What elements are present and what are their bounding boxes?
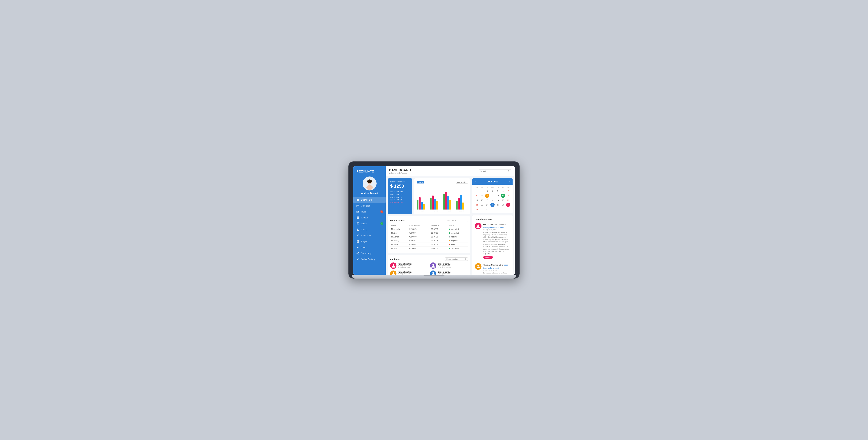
calendar-month-label: JULY 2018 [487,180,498,183]
contact-info: Name of contact name@email.com +12608123… [398,263,411,268]
calendar-day[interactable]: 4 [490,189,495,193]
day-header-su: Su [474,186,479,188]
calendar-day[interactable]: 22 [475,203,479,207]
calendar-day[interactable]: 14 [506,194,510,198]
comment-item: Thomas Gold on artikel lorem ipsum dolor… [475,263,510,275]
calendar-day[interactable]: 18 [490,198,495,202]
calendar-day[interactable]: 6 [501,189,505,193]
bar-chart [417,185,468,209]
table-row: Mr. donny #1293081 11-07-18 progress [390,239,468,243]
calendar-day[interactable]: 25 [490,203,495,207]
week-label-2: week 2 [430,210,442,212]
order-client: Mr. daniels [390,227,408,231]
search-box[interactable] [479,169,511,173]
contact-name: Name of contact [398,271,411,273]
calendar-day[interactable]: 20 [501,198,505,202]
svg-rect-16 [356,218,358,219]
orders-header: recent orders [390,219,468,222]
sidebar-item-tasks[interactable]: Tasks 4 [353,221,385,227]
contact-info: Name of contact name@email.com +12608123… [438,263,451,268]
col-date-order: date order [430,224,448,227]
calendar-next-button[interactable]: › [509,180,510,183]
order-number: #1293078 [408,227,430,231]
week-labels: week 1 week 2 week 3 week 4 [417,210,468,212]
income-card: this week income : $ 1250 item #1 sold :… [388,178,412,214]
calendar-day[interactable]: 7 [506,189,510,193]
calendar-day[interactable]: 5 [496,189,500,193]
nav-label-widget: Widget [361,216,368,219]
calendar-day[interactable]: 12 [496,194,500,198]
calendar-day[interactable]: 29 [475,207,479,211]
calendar-day[interactable]: 1 [475,189,479,193]
order-date: 11-07-18 [430,227,448,231]
search-input[interactable] [480,170,506,172]
view-monthly-button[interactable]: view monthly [456,181,468,184]
tasks-badge: 4 [380,222,383,225]
svg-point-35 [465,258,466,259]
chart-tab[interactable]: July [417,181,425,183]
calendar-day[interactable]: 11 [490,194,495,198]
sidebar-item-profile[interactable]: Profile [353,227,385,233]
orders-title: recent orders [390,219,405,222]
sidebar-item-calendar[interactable]: Calendar [353,203,385,209]
widget-icon [356,216,359,219]
contacts-search[interactable] [445,257,468,261]
sidebar-item-inbox[interactable]: Inbox 7 [353,209,385,215]
order-date: 11-07-18 [430,235,448,239]
calendar-day[interactable]: 24 [485,203,489,207]
calendar-day[interactable]: 21 [506,198,510,202]
calendar-day[interactable]: 13 [501,194,505,198]
reply-button[interactable]: reply → [483,256,493,259]
calendar-day[interactable]: 2 [480,189,484,193]
contact-name: Name of contact [438,263,451,265]
calendar-day[interactable]: 26 [496,203,500,207]
svg-rect-18 [357,223,359,225]
contacts-search-input[interactable] [446,258,464,260]
sidebar-item-social-app[interactable]: Social App [353,251,385,256]
grid-icon [356,199,359,201]
svg-point-21 [358,229,359,230]
sidebar-item-dashboard[interactable]: Dashboard [353,197,385,203]
calendar-day[interactable]: 3 [485,189,489,193]
svg-point-4 [367,180,372,183]
sidebar-item-widget[interactable]: Widget [353,215,385,221]
bar-green-w4 [456,201,458,209]
contact-item: Name of contact name@email.com +12608123… [390,262,428,269]
orders-search[interactable] [445,219,468,222]
calendar-day[interactable]: 16 [480,198,484,202]
calendar-day[interactable]: 15 [475,198,479,202]
order-date: 11-07-18 [430,243,448,246]
contact-item: Name of contact name@email.com +12608123… [430,262,468,269]
calendar-day[interactable]: 10 [485,194,489,198]
calendar-day[interactable]: 8 [475,194,479,198]
svg-point-31 [508,170,509,172]
contact-phone: +12608123 128 90 [398,267,411,268]
contact-email: name@email.com [398,273,411,275]
bar-blue-w4 [460,195,462,209]
sidebar-item-pages[interactable]: Pages [353,238,385,244]
main-content: DASHBOARD welcome back, Andrew [385,166,515,275]
calendar-day[interactable]: 31 [485,207,489,211]
bar-group-week3 [443,192,455,209]
sidebar-item-global-setting[interactable]: Global Setting [353,256,385,262]
sidebar-item-write-post[interactable]: Write post [353,233,385,238]
calendar-day[interactable]: 23 [480,203,484,207]
comment-link[interactable]: lorem ipsum dolor sit amet [483,227,504,229]
calendar-day[interactable]: 19 [496,198,500,202]
sidebar-item-chart[interactable]: Chart [353,244,385,251]
contact-avatar [390,262,397,269]
sidebar: REZUMATE Andrew Bennet Dashbo [353,166,385,275]
order-number: #1293079 [408,231,430,235]
calendar-day[interactable]: 27 [501,203,505,207]
contact-info: Name of contact name@email.com +12608123… [438,271,451,275]
calendar-day[interactable]: 28 [506,203,510,207]
orders-search-input[interactable] [446,219,464,222]
calendar-prev-button[interactable]: ‹ [475,180,476,183]
calendar-day[interactable]: 17 [485,198,489,202]
calendar-day[interactable]: 30 [480,207,484,211]
calendar-day[interactable]: 9 [480,194,484,198]
table-row: Mr. mark #1293082 11-07-18 denied [390,243,468,246]
contact-name: Name of contact [438,271,451,273]
bar-green-w3 [443,194,445,209]
nav-label-tasks: Tasks [361,223,367,225]
